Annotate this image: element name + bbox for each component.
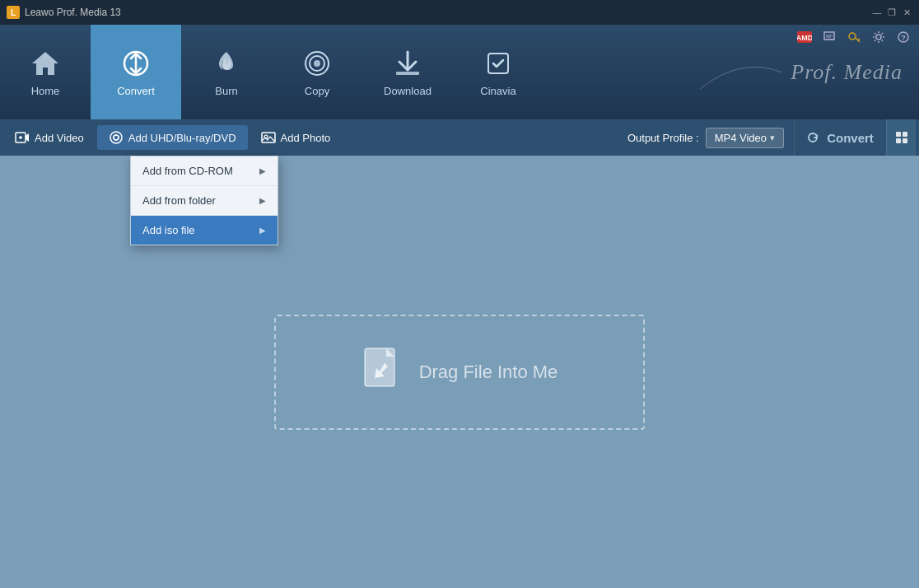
add-photo-button[interactable]: Add Photo	[250, 125, 343, 150]
output-profile-chevron-icon: ▾	[770, 133, 775, 143]
dropdown-menu: Add from CD-ROM ▶ Add from folder ▶ Add …	[130, 156, 278, 245]
cinavia-icon	[482, 47, 515, 80]
output-profile-value: MP4 Video	[715, 132, 767, 144]
svg-point-10	[849, 33, 856, 40]
svg-rect-5	[488, 54, 508, 73]
key-icon[interactable]	[843, 26, 865, 48]
help-icon[interactable]: ?	[893, 26, 914, 48]
logo-decoration	[692, 48, 791, 97]
svg-rect-30	[903, 138, 907, 143]
drop-zone-text: Drag File Into Me	[419, 362, 558, 383]
add-video-button[interactable]: Add Video	[3, 125, 96, 150]
logo-text: Prof. Media	[791, 60, 903, 85]
svg-point-3	[314, 60, 320, 67]
minimize-button[interactable]: —	[871, 7, 883, 18]
system-tray: AMD ?	[794, 25, 919, 49]
download-toolbar-button[interactable]: Download	[362, 25, 453, 119]
svg-rect-25	[262, 133, 275, 142]
title-bar: L Leawo Prof. Media 13 — ❐ ✕	[0, 0, 919, 25]
copy-icon	[301, 47, 334, 80]
burn-icon	[210, 47, 243, 80]
restore-button[interactable]: ❐	[886, 7, 898, 18]
message-icon[interactable]	[819, 26, 840, 48]
home-icon	[29, 47, 62, 80]
convert-icon	[119, 47, 152, 80]
submenu-arrow-icon: ▶	[259, 166, 266, 175]
output-profile-area: Output Profile : MP4 Video ▾	[627, 128, 792, 148]
file-drag-icon	[362, 345, 404, 399]
svg-point-13	[876, 35, 881, 40]
dropdown-item-folder[interactable]: Add from folder ▶	[131, 186, 278, 216]
add-video-icon	[15, 130, 30, 145]
cinavia-toolbar-button[interactable]: Cinavia	[453, 25, 543, 119]
add-uhd-icon	[109, 130, 124, 145]
home-toolbar-button[interactable]: Home	[0, 25, 91, 119]
svg-rect-28	[903, 132, 907, 137]
add-photo-icon	[261, 130, 276, 145]
output-profile-label: Output Profile :	[627, 132, 699, 144]
copy-toolbar-button[interactable]: Copy	[272, 25, 362, 119]
convert-action-button[interactable]: Convert	[794, 119, 884, 156]
submenu-arrow-icon: ▶	[259, 226, 266, 235]
close-button[interactable]: ✕	[901, 7, 912, 18]
svg-text:?: ?	[901, 34, 906, 42]
title-bar-controls: — ❐ ✕	[871, 7, 912, 18]
svg-rect-27	[896, 132, 901, 137]
svg-point-19	[110, 132, 122, 143]
svg-rect-29	[896, 138, 901, 143]
secondary-toolbar: Add Video Add UHD/Blu-ray/DVD Add Photo …	[0, 119, 919, 156]
drop-zone[interactable]: Drag File Into Me	[274, 315, 645, 430]
download-icon	[391, 47, 424, 80]
burn-toolbar-button[interactable]: Burn	[181, 25, 272, 119]
svg-text:AMD: AMD	[797, 34, 812, 42]
title-bar-title: Leawo Prof. Media 13	[25, 7, 121, 18]
settings-gear-icon[interactable]	[868, 26, 889, 48]
app-icon: L	[7, 6, 20, 19]
svg-line-12	[858, 39, 860, 40]
top-toolbar: Home Convert Burn Copy	[0, 25, 919, 119]
dropdown-item-cd-rom[interactable]: Add from CD-ROM ▶	[131, 156, 278, 186]
layout-grid-icon	[894, 130, 909, 145]
svg-rect-4	[396, 72, 419, 75]
output-profile-dropdown[interactable]: MP4 Video ▾	[706, 128, 784, 148]
dropdown-item-iso[interactable]: Add iso file ▶	[131, 216, 278, 245]
convert-refresh-icon	[805, 130, 820, 145]
title-bar-left: L Leawo Prof. Media 13	[7, 6, 121, 19]
submenu-arrow-icon: ▶	[259, 196, 266, 205]
amd-icon[interactable]: AMD	[794, 26, 815, 48]
convert-action-label: Convert	[827, 131, 874, 145]
convert-toolbar-button[interactable]: Convert	[91, 25, 181, 119]
add-uhd-button[interactable]: Add UHD/Blu-ray/DVD	[97, 125, 248, 150]
layout-toggle-button[interactable]	[886, 119, 916, 156]
